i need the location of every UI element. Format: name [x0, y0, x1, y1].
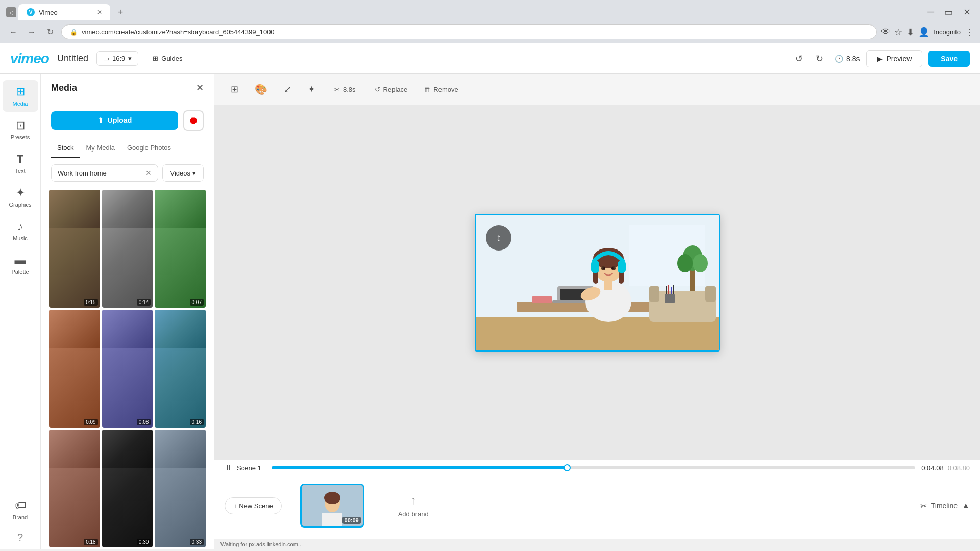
media-thumbnail[interactable]: 0:30	[102, 430, 153, 547]
svg-rect-13	[618, 261, 626, 273]
scene-name-label: Scene 1	[237, 464, 261, 472]
thumbnail-duration: 0:30	[137, 539, 151, 545]
close-window-button[interactable]: ✕	[960, 7, 974, 18]
guides-icon: ⊞	[153, 55, 158, 62]
add-brand-button[interactable]: ↑ Add brand	[383, 484, 444, 528]
canvas-duration-display: ✂ 8.8s	[334, 86, 356, 93]
replace-label: Replace	[383, 86, 408, 93]
media-panel: Media ✕ ⬆ Upload ⏺ Stock My Media Google…	[41, 74, 214, 549]
upload-button[interactable]: ⬆ Upload	[51, 111, 178, 130]
profile-icon[interactable]: 👤	[918, 27, 929, 38]
guides-button[interactable]: ⊞ Guides	[146, 52, 188, 65]
media-thumbnail[interactable]: 0:14	[102, 190, 153, 308]
forward-button[interactable]: →	[24, 25, 39, 39]
effects-tool-button[interactable]: ✦	[302, 81, 322, 98]
sidebar-item-brand[interactable]: 🏷 Brand	[3, 494, 38, 525]
scene-card-1[interactable]: 00:09	[300, 484, 364, 528]
expand-tool-button[interactable]: ⤢	[278, 81, 298, 98]
filter-dropdown[interactable]: Videos ▾	[162, 164, 204, 182]
help-icon-item[interactable]: ?	[17, 532, 23, 543]
grid-tool-button[interactable]: ⊞	[225, 81, 244, 98]
redo-button[interactable]: ↻	[810, 49, 828, 68]
thumbnail-duration: 0:08	[137, 419, 151, 425]
tab-stock[interactable]: Stock	[51, 139, 80, 158]
progress-fill	[272, 466, 568, 469]
url-text: vimeo.com/create/customize?hash=storyboa…	[82, 28, 868, 36]
aspect-ratio-value: 16:9	[112, 55, 125, 62]
menu-icon[interactable]: ⋮	[965, 27, 974, 38]
text-label: Text	[15, 168, 25, 174]
address-bar[interactable]: 🔒 vimeo.com/create/customize?hash=storyb…	[61, 24, 877, 39]
bookmark-icon[interactable]: ☆	[894, 27, 902, 38]
aspect-ratio-selector[interactable]: ▭ 16:9 ▾	[96, 51, 138, 66]
duration-display: 🕐 8.8s	[835, 55, 860, 63]
download-icon[interactable]: ⬇	[906, 27, 914, 38]
sidebar: ⊞ Media ⊡ Presets T Text ✦ Graphics ♪ Mu…	[0, 74, 41, 549]
effects-icon: ✦	[308, 84, 315, 95]
sidebar-item-music[interactable]: ♪ Music	[3, 215, 38, 246]
media-thumbnail[interactable]: 0:18	[49, 430, 100, 547]
progress-bar[interactable]	[272, 466, 915, 469]
timeline-control[interactable]: ✂ Timeline ▲	[920, 501, 970, 511]
scene-card-duration: 00:09	[342, 517, 361, 524]
reload-button[interactable]: ↻	[43, 25, 57, 39]
sidebar-item-presets[interactable]: ⊡ Presets	[3, 114, 38, 145]
media-thumbnail[interactable]: 0:09	[49, 310, 100, 428]
presets-label: Presets	[11, 134, 30, 140]
sidebar-item-media[interactable]: ⊞ Media	[3, 80, 38, 112]
svg-rect-22	[649, 286, 659, 302]
record-button[interactable]: ⏺	[183, 110, 204, 131]
search-input[interactable]: Work from home ✕	[51, 164, 158, 182]
maximize-button[interactable]: ▭	[941, 7, 956, 18]
tab-my-media[interactable]: My Media	[80, 139, 121, 158]
add-brand-icon: ↑	[410, 494, 416, 507]
upload-icon: ⬆	[97, 116, 104, 124]
media-panel-close-button[interactable]: ✕	[196, 82, 204, 93]
incognito-label: Incognito	[934, 28, 961, 36]
progress-handle[interactable]	[564, 464, 571, 471]
filter-chevron-icon: ▾	[192, 169, 196, 177]
add-brand-label: Add brand	[398, 510, 429, 518]
replace-overlay-button[interactable]: ↕	[486, 225, 511, 251]
media-thumbnail[interactable]: 0:07	[155, 190, 206, 308]
tab-close-button[interactable]: ✕	[97, 9, 102, 16]
media-thumbnail[interactable]: 0:08	[102, 310, 153, 428]
palette-label: Palette	[11, 269, 29, 275]
status-text: Waiting for px.ads.linkedin.com...	[220, 541, 303, 547]
tab-google-photos[interactable]: Google Photos	[121, 139, 177, 158]
browser-tab[interactable]: V Vimeo ✕	[18, 4, 110, 20]
thumbnail-duration: 0:07	[190, 299, 204, 306]
new-scene-button[interactable]: + New Scene	[225, 497, 282, 514]
media-thumbnail[interactable]: 0:16	[155, 310, 206, 428]
media-label: Media	[13, 101, 28, 107]
status-bar: Waiting for px.ads.linkedin.com...	[214, 539, 980, 549]
sidebar-item-text[interactable]: T Text	[3, 147, 38, 179]
pause-button[interactable]: ⏸	[225, 463, 233, 472]
time-display: 0:04.08 0:08.80	[921, 464, 970, 472]
sidebar-item-graphics[interactable]: ✦ Graphics	[3, 181, 38, 213]
undo-button[interactable]: ↺	[790, 49, 808, 68]
text-icon: T	[17, 153, 23, 166]
svg-rect-12	[591, 261, 599, 273]
remove-button[interactable]: 🗑 Remove	[418, 83, 464, 96]
timeline-collapse-icon[interactable]: ▲	[962, 501, 970, 510]
save-button[interactable]: Save	[928, 51, 970, 67]
new-tab-button[interactable]: +	[112, 4, 129, 20]
back-button[interactable]: ←	[6, 25, 20, 39]
search-clear-button[interactable]: ✕	[145, 169, 152, 177]
sidebar-item-palette[interactable]: ▬ Palette	[3, 248, 38, 280]
media-tabs: Stock My Media Google Photos	[41, 139, 214, 158]
minimize-button[interactable]: ─	[924, 7, 937, 18]
preview-button[interactable]: ▶ Preview	[866, 50, 923, 67]
svg-point-18	[603, 267, 605, 269]
media-thumbnail[interactable]: 0:33	[155, 430, 206, 547]
replace-button[interactable]: ↺ Replace	[369, 83, 414, 96]
media-thumbnail[interactable]: 0:15	[49, 190, 100, 308]
color-tool-button[interactable]: 🎨	[249, 80, 274, 98]
clock-icon: 🕐	[835, 55, 843, 63]
brand-label: Brand	[13, 514, 28, 520]
project-title[interactable]: Untitled	[57, 53, 88, 64]
svg-rect-33	[532, 296, 552, 303]
svg-point-19	[611, 267, 614, 269]
canvas-frame[interactable]: ↕	[475, 214, 720, 352]
